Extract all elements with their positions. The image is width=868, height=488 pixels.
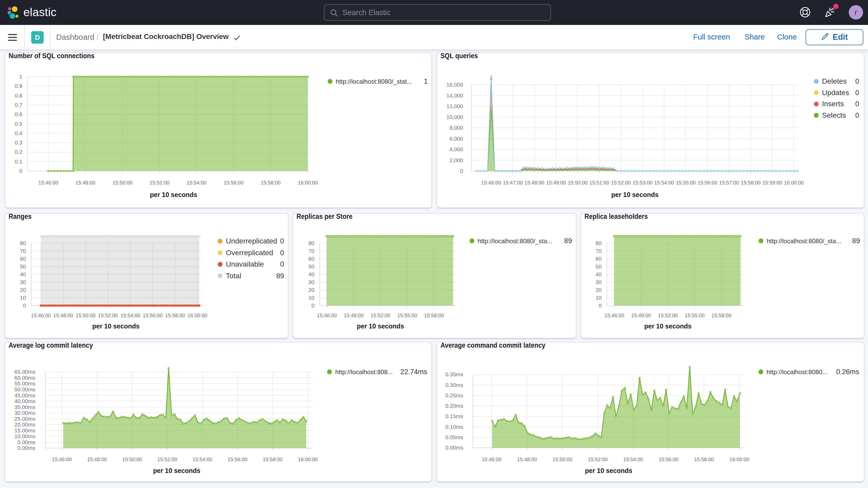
- svg-text:40.00ms: 40.00ms: [14, 398, 35, 404]
- svg-text:89: 89: [564, 237, 572, 245]
- svg-text:15:49:00: 15:49:00: [546, 180, 566, 186]
- svg-text:80: 80: [596, 240, 601, 246]
- svg-text:15:47:00: 15:47:00: [503, 180, 523, 186]
- svg-text:15:48:00: 15:48:00: [87, 457, 107, 462]
- svg-text:40: 40: [596, 271, 601, 277]
- svg-text:15:58:00: 15:58:00: [424, 313, 444, 318]
- svg-text:0.05ms: 0.05ms: [445, 434, 463, 440]
- svg-text:15:52:00: 15:52:00: [588, 457, 608, 462]
- svg-text:80: 80: [20, 240, 26, 246]
- svg-text:10,000: 10,000: [446, 114, 463, 120]
- svg-text:15:48:00: 15:48:00: [75, 180, 95, 186]
- svg-text:65.00ms: 65.00ms: [14, 369, 35, 375]
- svg-text:15:54:00: 15:54:00: [654, 180, 674, 186]
- svg-text:20: 20: [20, 287, 26, 293]
- svg-text:0.35ms: 0.35ms: [445, 371, 463, 377]
- svg-text:15:58:00: 15:58:00: [261, 180, 280, 186]
- svg-text:70: 70: [596, 248, 601, 254]
- svg-text:Unavailable: Unavailable: [226, 260, 264, 268]
- svg-text:0: 0: [23, 302, 26, 308]
- svg-text:16:00:00: 16:00:00: [784, 180, 804, 186]
- svg-text:15:58:00: 15:58:00: [263, 457, 282, 462]
- svg-text:35.00ms: 35.00ms: [14, 404, 35, 410]
- svg-text:15:46:00: 15:46:00: [481, 180, 501, 186]
- svg-text:per 10 seconds: per 10 seconds: [150, 191, 197, 198]
- svg-text:15:46:00: 15:46:00: [482, 457, 501, 462]
- svg-text:16:00:00: 16:00:00: [298, 457, 317, 462]
- svg-text:60.00ms: 60.00ms: [14, 375, 35, 381]
- svg-text:15:55:00: 15:55:00: [676, 180, 696, 186]
- svg-text:45.00ms: 45.00ms: [14, 392, 35, 398]
- svg-text:per 10 seconds: per 10 seconds: [357, 323, 404, 330]
- svg-text:Updates: Updates: [822, 89, 849, 97]
- svg-text:5.00ms: 5.00ms: [18, 439, 35, 445]
- svg-text:30.00ms: 30.00ms: [14, 410, 35, 416]
- svg-text:0: 0: [855, 100, 859, 108]
- svg-text:http://localhost:8080...: http://localhost:8080...: [767, 368, 828, 375]
- svg-text:15:46:00: 15:46:00: [52, 457, 72, 462]
- svg-text:0: 0: [460, 168, 463, 174]
- svg-text:16,000: 16,000: [446, 82, 463, 88]
- svg-text:2,000: 2,000: [450, 157, 463, 163]
- svg-text:0.9: 0.9: [15, 83, 22, 89]
- svg-text:Selects: Selects: [822, 111, 846, 119]
- svg-text:10: 10: [20, 295, 26, 301]
- svg-text:6,000: 6,000: [450, 135, 463, 142]
- svg-text:15:48:00: 15:48:00: [53, 313, 73, 318]
- svg-text:15:56:00: 15:56:00: [224, 180, 244, 186]
- svg-text:0.8: 0.8: [15, 92, 22, 98]
- svg-text:per 10 seconds: per 10 seconds: [644, 323, 691, 330]
- svg-text:15:52:00: 15:52:00: [611, 180, 631, 186]
- svg-text:Underreplicated: Underreplicated: [226, 237, 277, 245]
- svg-text:0.4: 0.4: [15, 130, 23, 136]
- svg-text:http://localhost:8080/_stat...: http://localhost:8080/_stat...: [336, 78, 412, 85]
- svg-text:15:55:00: 15:55:00: [685, 313, 705, 318]
- svg-text:50: 50: [308, 264, 314, 270]
- svg-text:0.10ms: 0.10ms: [445, 424, 463, 430]
- svg-text:0: 0: [311, 302, 314, 308]
- svg-text:15:51:00: 15:51:00: [589, 180, 609, 186]
- svg-text:20.00ms: 20.00ms: [14, 422, 35, 427]
- svg-text:per 10 seconds: per 10 seconds: [153, 467, 200, 474]
- svg-text:60: 60: [596, 256, 601, 262]
- svg-text:15:50:00: 15:50:00: [568, 180, 588, 186]
- svg-text:15:52:00: 15:52:00: [150, 180, 169, 186]
- svg-text:60: 60: [20, 256, 26, 262]
- svg-text:0: 0: [598, 302, 601, 308]
- svg-text:Overreplicated: Overreplicated: [226, 249, 273, 257]
- svg-text:0.2: 0.2: [15, 149, 22, 155]
- svg-text:15:52:00: 15:52:00: [157, 457, 177, 462]
- svg-text:0: 0: [280, 261, 284, 268]
- svg-text:0.26ms: 0.26ms: [836, 368, 859, 376]
- svg-text:16:00:00: 16:00:00: [730, 457, 749, 462]
- svg-text:15:52:00: 15:52:00: [371, 313, 390, 318]
- svg-text:10.00ms: 10.00ms: [14, 433, 35, 439]
- svg-text:20: 20: [596, 287, 601, 293]
- svg-text:15:58:00: 15:58:00: [165, 313, 185, 318]
- svg-text:15:58:00: 15:58:00: [712, 313, 731, 318]
- svg-text:50.00ms: 50.00ms: [14, 387, 35, 392]
- svg-text:15:46:00: 15:46:00: [31, 313, 51, 318]
- svg-text:Inserts: Inserts: [822, 100, 844, 108]
- svg-text:0.25ms: 0.25ms: [445, 392, 463, 398]
- svg-text:per 10 seconds: per 10 seconds: [585, 467, 632, 474]
- svg-text:25.00ms: 25.00ms: [14, 416, 35, 422]
- svg-text:15:59:00: 15:59:00: [762, 180, 782, 186]
- svg-text:55.00ms: 55.00ms: [14, 380, 35, 387]
- svg-text:15:49:00: 15:49:00: [344, 313, 364, 318]
- svg-text:14,000: 14,000: [446, 92, 463, 98]
- svg-text:Deletes: Deletes: [822, 77, 847, 85]
- svg-text:0: 0: [855, 112, 859, 119]
- svg-text:10: 10: [596, 295, 601, 301]
- svg-text:15:48:00: 15:48:00: [524, 180, 544, 186]
- svg-text:15:50:00: 15:50:00: [113, 180, 132, 186]
- svg-text:50: 50: [596, 264, 601, 270]
- svg-text:16:00:00: 16:00:00: [298, 180, 317, 186]
- svg-text:0: 0: [855, 89, 859, 97]
- svg-text:10: 10: [308, 295, 314, 301]
- svg-text:0.30ms: 0.30ms: [445, 382, 463, 388]
- svg-text:0: 0: [280, 249, 284, 257]
- svg-text:per 10 seconds: per 10 seconds: [92, 323, 140, 330]
- svg-text:60: 60: [308, 256, 314, 262]
- svg-text:0.20ms: 0.20ms: [445, 403, 463, 409]
